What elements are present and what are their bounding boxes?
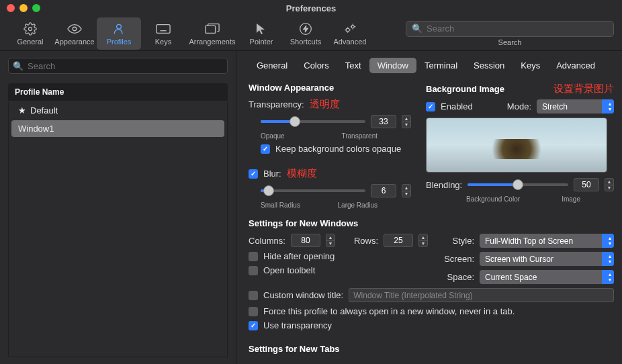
- tab-colors[interactable]: Colors: [296, 58, 337, 73]
- toolbar-general[interactable]: General: [8, 17, 52, 50]
- svg-point-11: [346, 28, 349, 32]
- new-tabs-heading: Settings for New Tabs: [249, 344, 614, 354]
- blending-slider[interactable]: [468, 178, 568, 191]
- profile-list-header: Profile Name: [8, 83, 228, 101]
- toolbar-appearance[interactable]: Appearance: [52, 17, 97, 50]
- toolbar-advanced[interactable]: Advanced: [328, 17, 372, 50]
- svg-rect-9: [206, 26, 216, 33]
- blur-slider[interactable]: [261, 184, 365, 197]
- window-appearance-heading: Window Appearance: [249, 83, 411, 93]
- gear-icon: [24, 21, 37, 36]
- rows-input[interactable]: 25: [384, 234, 413, 247]
- blending-stepper[interactable]: ▲▼: [605, 178, 614, 191]
- bolt-icon: [299, 21, 312, 36]
- tab-keys[interactable]: Keys: [513, 58, 548, 73]
- rows-stepper[interactable]: ▲▼: [418, 234, 428, 247]
- use-transparency-checkbox[interactable]: [249, 321, 258, 330]
- keyboard-icon: [156, 21, 171, 36]
- columns-stepper[interactable]: ▲▼: [326, 234, 335, 247]
- tab-text[interactable]: Text: [337, 58, 369, 73]
- profile-row-label: Default: [30, 105, 58, 116]
- close-window[interactable]: [7, 4, 15, 12]
- tab-terminal[interactable]: Terminal: [416, 58, 465, 73]
- transparency-label: Transparency:: [249, 99, 304, 109]
- svg-rect-3: [157, 24, 170, 33]
- profile-search[interactable]: 🔍: [8, 58, 228, 74]
- window-title: Preferences: [40, 3, 582, 13]
- toolbar-arrangements[interactable]: Arrangements: [185, 17, 239, 50]
- screen-select[interactable]: Screen with Cursor▴▾: [480, 252, 614, 266]
- style-label: Style:: [452, 236, 474, 246]
- windows-icon: [205, 21, 220, 36]
- tab-window[interactable]: Window: [369, 58, 416, 73]
- blending-value[interactable]: 50: [574, 178, 599, 191]
- blur-label: Blur:: [263, 169, 281, 179]
- profile-search-input[interactable]: [28, 61, 223, 71]
- hide-checkbox[interactable]: [249, 252, 258, 261]
- bg-mode-label: Mode:: [507, 101, 531, 111]
- svg-point-0: [29, 27, 32, 30]
- eye-icon: [67, 21, 82, 36]
- bg-image-preview[interactable]: [426, 118, 607, 173]
- window-controls: [7, 4, 40, 12]
- tab-session[interactable]: Session: [465, 58, 513, 73]
- tab-general[interactable]: General: [249, 58, 296, 73]
- custom-title-checkbox[interactable]: [249, 291, 258, 300]
- blur-value[interactable]: 6: [371, 184, 396, 197]
- svg-point-12: [351, 25, 354, 28]
- transparency-value[interactable]: 33: [371, 115, 396, 128]
- toolbar-pointer[interactable]: Pointer: [239, 17, 283, 50]
- new-windows-heading: Settings for New Windows: [249, 218, 614, 228]
- rows-label: Rows:: [354, 236, 378, 246]
- titlebar: Preferences: [0, 0, 622, 16]
- toolbar-search-input[interactable]: [427, 24, 608, 34]
- custom-title-input[interactable]: Window Title (Interpolated String): [349, 288, 614, 302]
- cursor-icon: [255, 21, 267, 36]
- force-window-checkbox[interactable]: [249, 307, 258, 316]
- toolbar-search[interactable]: 🔍: [406, 21, 614, 37]
- sidebar: 🔍 Profile Name ★ Default Window1: [0, 51, 236, 364]
- style-select[interactable]: Full-Width Top of Screen▴▾: [480, 234, 614, 248]
- screen-label: Screen:: [444, 254, 474, 264]
- profile-row-label: Window1: [18, 124, 54, 134]
- space-select[interactable]: Current Space▴▾: [480, 270, 614, 284]
- gears-icon: [343, 21, 357, 36]
- bg-enabled-checkbox[interactable]: [426, 102, 435, 111]
- columns-label: Columns:: [249, 236, 285, 246]
- toolbar-shortcuts[interactable]: Shortcuts: [283, 17, 328, 50]
- transparency-slider[interactable]: [261, 115, 365, 128]
- keep-bg-label: Keep background colors opaque: [275, 144, 401, 154]
- zoom-window[interactable]: [32, 4, 40, 12]
- profile-row[interactable]: ★ Default: [11, 102, 224, 119]
- bg-image-heading: Background Image: [426, 84, 504, 94]
- content: General Colors Text Window Terminal Sess…: [236, 51, 622, 364]
- toolbar-search-label: Search: [498, 38, 522, 46]
- annotation-transparency: 透明度: [310, 98, 340, 111]
- profile-row[interactable]: Window1: [11, 120, 224, 137]
- toolbar-profiles[interactable]: Profiles: [97, 17, 141, 50]
- transparency-stepper[interactable]: ▲▼: [402, 115, 411, 128]
- columns-input[interactable]: 80: [291, 234, 320, 247]
- blur-checkbox[interactable]: [249, 169, 258, 179]
- bg-enabled-label: Enabled: [441, 101, 473, 111]
- bg-mode-select[interactable]: Stretch▴▾: [537, 99, 614, 113]
- person-icon: [112, 21, 126, 36]
- profile-tabs: General Colors Text Window Terminal Sess…: [249, 58, 614, 73]
- blur-stepper[interactable]: ▲▼: [402, 184, 411, 197]
- profile-list: Profile Name ★ Default Window1: [8, 83, 228, 357]
- search-icon: 🔍: [412, 24, 423, 34]
- toolbar-keys[interactable]: Keys: [141, 17, 185, 50]
- space-label: Space:: [447, 272, 474, 282]
- svg-point-2: [117, 24, 122, 29]
- toolbelt-checkbox[interactable]: [249, 266, 258, 275]
- blending-label: Blending:: [426, 180, 462, 190]
- svg-point-1: [73, 27, 77, 31]
- annotation-blur: 模糊度: [287, 167, 317, 180]
- toolbar: General Appearance Profiles Keys Arrange…: [0, 16, 622, 51]
- annotation-bgimage: 设置背景图片: [553, 83, 614, 95]
- star-icon: ★: [18, 105, 26, 116]
- search-icon: 🔍: [13, 61, 24, 71]
- minimize-window[interactable]: [19, 4, 28, 12]
- tab-advanced[interactable]: Advanced: [548, 58, 603, 73]
- keep-bg-checkbox[interactable]: [261, 144, 270, 154]
